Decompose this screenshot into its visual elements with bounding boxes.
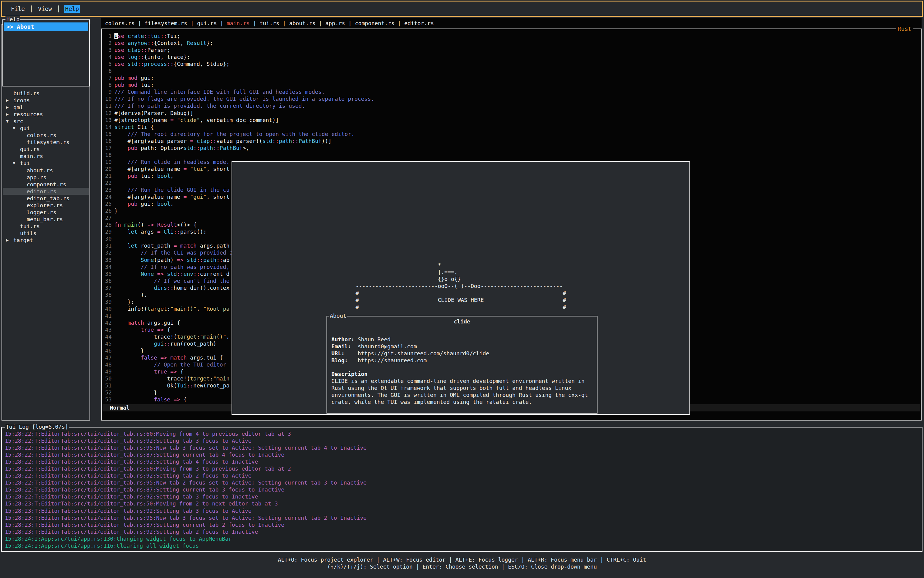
tree-item-label: build.rs [13, 90, 40, 97]
tree-item-utils[interactable]: utils [3, 230, 89, 237]
editor-tab-colors.rs[interactable]: colors.rs [105, 20, 135, 26]
tab-separator: | [345, 20, 355, 26]
line-number: 12 [102, 110, 112, 117]
line-number: 30 [102, 235, 112, 242]
code-line: 16 #[arg(value_parser = clap::value_pars… [102, 138, 374, 144]
code-line: 4use log::{info, trace}; [102, 54, 374, 60]
about-info-label: Email: [331, 343, 358, 349]
about-info-row-email: Email: shaunrd0@gmail.com [331, 343, 489, 350]
editor-tab-editor.rs[interactable]: editor.rs [404, 20, 434, 26]
log-line-trace: 15:28:22:T:EditorTab:src/tui/editor_tab.… [5, 493, 367, 500]
editor-mode-label: Normal [110, 404, 130, 411]
tree-item-icons[interactable]: ▶icons [3, 97, 89, 104]
tree-item-target[interactable]: ▶target [3, 237, 89, 244]
tree-indent [13, 223, 20, 230]
log-line-info: 15:28:24:I:App:src/tui/app.rs:116:Cleari… [5, 542, 367, 549]
chevron-expanded-icon: ▼ [13, 159, 20, 167]
tree-item-resources[interactable]: ▶resources [3, 111, 89, 118]
editor-tab-app.rs[interactable]: app.rs [325, 20, 345, 26]
code-line-text: /// If no path is provided, the current … [114, 102, 305, 109]
tree-item-logger-rs[interactable]: logger.rs [3, 209, 89, 216]
about-description-line: Rust using the Qt UI framework that supp… [331, 385, 588, 391]
line-number: 47 [102, 354, 112, 361]
tree-item-tui-rs[interactable]: tui.rs [3, 223, 89, 230]
line-number: 11 [102, 102, 112, 109]
app-window: File│View│Help colors.rs | filesystem.rs… [0, 0, 924, 578]
log-line-trace: 15:28:22:T:EditorTab:src/tui/editor_tab.… [5, 430, 367, 437]
help-dropdown-item-about[interactable]: >> About [4, 23, 88, 31]
tree-item-label: main.rs [20, 153, 43, 159]
tree-item-build-rs[interactable]: build.rs [3, 90, 89, 97]
code-line-text: pub path: Option<std::path::PathBuf>, [114, 144, 249, 151]
log-line-trace: 15:28:22:T:EditorTab:src/tui/editor_tab.… [5, 458, 367, 465]
menu-item-help[interactable]: Help [64, 5, 80, 13]
tree-item-src[interactable]: ▼src [3, 118, 89, 125]
help-dropdown-items: >> About [3, 23, 89, 31]
editor-tab-main.rs[interactable]: main.rs [227, 20, 250, 26]
line-number: 52 [102, 389, 112, 396]
tui-log-panel[interactable]: Tui Log [log=5.0/s] 15:28:22:T:EditorTab… [1, 427, 922, 552]
menu-item-file[interactable]: File [10, 5, 26, 13]
editor-tab-filesystem.rs[interactable]: filesystem.rs [145, 20, 187, 26]
tree-item-label: utils [20, 230, 36, 237]
about-info-row-blog: Blog: https://shaunreed.com [331, 357, 489, 364]
tree-item-editor-tab-rs[interactable]: editor_tab.rs [3, 195, 89, 202]
line-number: 22 [102, 179, 112, 186]
code-line-text: use clap::Parser; [114, 46, 170, 54]
code-line-text: #[arg(value_parser = clap::value_parser!… [114, 138, 331, 144]
about-info-row-author: Author: Shaun Reed [331, 336, 489, 343]
tree-item-editor-rs[interactable]: editor.rs [3, 188, 89, 195]
tree-indent [19, 181, 27, 188]
code-line-text: Ok(Tui::new(root_pa [114, 382, 229, 389]
tree-item-main-rs[interactable]: main.rs [3, 153, 89, 159]
tree-item-app-rs[interactable]: app.rs [3, 174, 89, 181]
editor-tab-component.rs[interactable]: component.rs [355, 20, 395, 26]
tree-item-label: menu_bar.rs [27, 216, 63, 223]
tree-item-label: colors.rs [27, 132, 57, 139]
tree-indent [19, 188, 27, 195]
tree-item-label: tui.rs [20, 223, 40, 230]
log-line-trace: 15:28:22:T:EditorTab:src/tui/editor_tab.… [5, 437, 367, 444]
chevron-collapsed-icon: ▶ [6, 111, 13, 118]
code-line-text: trace!(target:"main [114, 375, 229, 382]
code-line-text: // If no path was provided, [114, 263, 229, 270]
line-number: 25 [102, 200, 112, 207]
tree-item-label: src [13, 118, 23, 125]
log-line-trace: 15:28:22:T:EditorTab:src/tui/editor_tab.… [5, 444, 367, 451]
tree-item-component-rs[interactable]: component.rs [3, 181, 89, 188]
tree-item-about-rs[interactable]: about.rs [3, 167, 89, 174]
tree-item-colors-rs[interactable]: colors.rs [3, 132, 89, 139]
line-number: 39 [102, 298, 112, 305]
tree-indent [13, 153, 20, 159]
tree-item-label: target [13, 237, 33, 244]
tree-item-gui-rs[interactable]: gui.rs [3, 146, 89, 153]
code-line-text: pub gui: bool, [114, 200, 174, 207]
line-number: 26 [102, 207, 112, 214]
code-line: 8pub mod tui; [102, 81, 374, 88]
code-line-text: ), [114, 291, 147, 298]
editor-tab-tui.rs[interactable]: tui.rs [260, 20, 279, 26]
code-line: 11/// If no path is provided, the curren… [102, 102, 374, 109]
code-line-text: } [114, 207, 118, 214]
code-line-text: use anyhow::{Context, Result}; [114, 39, 213, 46]
tree-item-filesystem-rs[interactable]: filesystem.rs [3, 139, 89, 146]
code-line-text: /// The root directory for the project t… [114, 130, 354, 138]
chevron-collapsed-icon: ▶ [6, 237, 13, 244]
tree-item-gui[interactable]: ▼gui [3, 125, 89, 132]
tree-item-tui[interactable]: ▼tui [3, 159, 89, 167]
code-line: 15 /// The root directory for the projec… [102, 130, 374, 138]
keybinding-status-bar: ALT+Q: Focus project explorer | ALT+W: F… [0, 553, 924, 578]
tree-item-explorer-rs[interactable]: explorer.rs [3, 202, 89, 209]
tree-item-menu-bar-rs[interactable]: menu_bar.rs [3, 216, 89, 223]
editor-tab-about.rs[interactable]: about.rs [289, 20, 316, 26]
about-info-label: Blog: [331, 357, 358, 364]
log-line-trace: 15:28:22:T:EditorTab:src/tui/editor_tab.… [5, 486, 367, 493]
editor-tab-gui.rs[interactable]: gui.rs [197, 20, 217, 26]
about-info-value: shaunrd0@gmail.com [358, 343, 417, 349]
line-number: 43 [102, 326, 112, 333]
line-number: 35 [102, 270, 112, 277]
line-number: 42 [102, 319, 112, 326]
chevron-expanded-icon: ▼ [13, 125, 20, 132]
tree-item-qml[interactable]: ▶qml [3, 104, 89, 111]
menu-item-view[interactable]: View [37, 5, 53, 13]
